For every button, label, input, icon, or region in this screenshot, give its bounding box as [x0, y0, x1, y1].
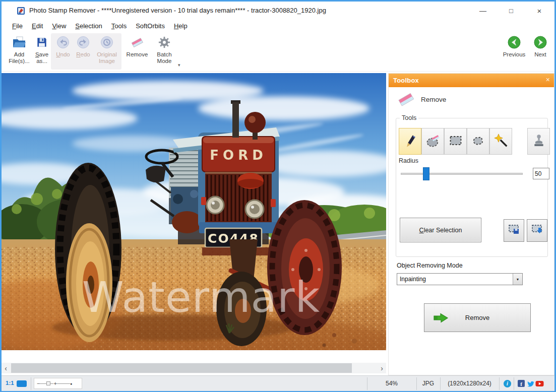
window-border-left — [0, 0, 2, 392]
youtube-icon — [535, 380, 544, 387]
statusbar-separator — [31, 377, 31, 390]
gear-icon — [152, 33, 177, 51]
zoom-ratio-button[interactable]: 1:1 — [6, 380, 14, 386]
undo-button[interactable]: Undo — [53, 33, 73, 70]
scrollbar-thumb[interactable] — [11, 363, 352, 373]
youtube-button[interactable] — [535, 380, 543, 387]
tools-group-label: Tools — [400, 114, 418, 121]
minimize-button[interactable]: — — [471, 2, 495, 20]
batch-mode-button[interactable]: Batch Mode — [152, 33, 177, 70]
combo-dropdown-icon[interactable]: ▼ — [513, 274, 522, 285]
redo-button[interactable]: Redo — [73, 33, 93, 70]
remove-mode-label: Remove — [421, 96, 446, 103]
scroll-left-arrow[interactable]: ‹ — [2, 363, 10, 373]
info-icon: i — [504, 380, 511, 387]
remove-mode-eraser-icon — [397, 91, 416, 108]
add-files-button[interactable]: Add File(s)... — [6, 33, 33, 70]
redo-label: Redo — [73, 51, 93, 58]
undo-label: Undo — [53, 51, 73, 58]
menu-view[interactable]: View — [47, 21, 71, 31]
menu-tools[interactable]: Tools — [107, 21, 131, 31]
window-border-top — [0, 0, 556, 2]
save-as-label: Save as... — [32, 51, 52, 64]
magic-wand-icon — [493, 133, 509, 150]
tool-magic-wand-button[interactable] — [489, 128, 512, 155]
open-folder-icon — [6, 33, 33, 51]
grille-text: FORD — [210, 148, 267, 163]
original-image-button[interactable]: Original Image — [93, 33, 120, 70]
original-image-label: Original Image — [93, 51, 120, 64]
facebook-button[interactable]: f — [518, 380, 526, 387]
image-viewport[interactable]: FORD CO448 — [2, 72, 387, 375]
save-selection-button[interactable] — [504, 219, 524, 242]
toolbox-header[interactable]: Toolbox × — [389, 74, 554, 87]
clone-stamp-icon — [532, 133, 546, 150]
remove-run-button[interactable]: Remove — [424, 303, 531, 332]
radius-slider[interactable] — [401, 167, 523, 180]
object-removing-mode-select[interactable]: Inpainting ▼ — [397, 273, 523, 285]
horizontal-scrollbar[interactable]: ‹ › — [2, 363, 386, 373]
zoom-percent: 54% — [367, 380, 416, 387]
facebook-icon: f — [518, 380, 525, 387]
watermark-text: Watermark — [82, 273, 320, 322]
save-floppy-icon — [32, 33, 52, 51]
menu-selection[interactable]: Selection — [71, 21, 106, 31]
toolbox-panel: Toolbox × Remove Tools Radius — [388, 73, 554, 375]
tool-eraser-select-button[interactable] — [421, 128, 444, 155]
load-selection-button[interactable] — [527, 219, 547, 242]
tool-freehand-select-button[interactable] — [467, 128, 489, 155]
save-as-button[interactable]: Save as... — [32, 33, 52, 70]
add-files-label: Add File(s)... — [6, 51, 33, 64]
eraser-icon — [123, 33, 151, 51]
save-selection-icon — [508, 224, 521, 237]
previous-button[interactable]: Previous — [500, 33, 529, 70]
previous-label: Previous — [500, 51, 529, 58]
scroll-right-arrow[interactable]: › — [378, 363, 386, 373]
fit-to-window-icon[interactable] — [17, 380, 27, 387]
menu-file[interactable]: File — [8, 21, 27, 31]
file-format: JPG — [416, 380, 440, 387]
remove-tool-button[interactable]: Remove — [123, 33, 151, 70]
twitter-icon — [527, 380, 534, 387]
marker-icon — [403, 133, 417, 150]
menu-help[interactable]: Help — [169, 21, 192, 31]
tractor-photo[interactable]: FORD CO448 — [2, 73, 386, 350]
remove-tool-label: Remove — [123, 51, 151, 58]
radius-slider-track[interactable] — [401, 173, 523, 175]
menubar: File Edit View Selection Tools SoftOrbit… — [2, 20, 554, 32]
toolbox-close-button[interactable]: × — [546, 76, 550, 84]
close-button[interactable]: × — [528, 2, 551, 20]
next-button[interactable]: Next — [529, 33, 552, 70]
maximize-button[interactable]: □ — [500, 2, 523, 20]
object-removing-mode-label: Object Removing Mode — [397, 262, 463, 269]
menu-softorbits[interactable]: SoftOrbits — [131, 21, 169, 31]
next-label: Next — [529, 51, 552, 58]
statusbar: 1:1 − + ● 54% JPG (1920x1280x24) i f — [2, 375, 554, 391]
titlebar: Photo Stamp Remover - ****Unregistered v… — [2, 2, 554, 20]
radius-slider-handle[interactable] — [423, 167, 429, 180]
batch-mode-label: Batch Mode — [152, 51, 177, 64]
previous-arrow-icon — [500, 33, 529, 51]
remove-run-label: Remove — [465, 314, 489, 321]
zoom-slider[interactable]: − + ● — [34, 378, 82, 389]
history-clock-icon — [93, 33, 120, 51]
zoom-track — [57, 383, 70, 384]
zoom-slider-handle[interactable] — [46, 381, 50, 385]
tool-marker-button[interactable] — [399, 128, 421, 155]
undo-icon — [53, 33, 73, 51]
maximize-icon: □ — [509, 7, 513, 15]
clear-selection-button[interactable]: Clear Selection — [400, 218, 481, 242]
toolbox-title: Toolbox — [389, 77, 419, 84]
menu-edit[interactable]: Edit — [27, 21, 47, 31]
info-button[interactable]: i — [504, 380, 512, 387]
tool-clone-stamp-button[interactable] — [527, 128, 550, 155]
radius-value-input[interactable] — [533, 168, 549, 179]
twitter-button[interactable] — [527, 380, 535, 387]
statusbar-separator — [499, 377, 500, 390]
tool-rect-select-button[interactable] — [444, 128, 467, 155]
app-window: Photo Stamp Remover - ****Unregistered v… — [0, 0, 556, 392]
zoom-marker-icon: ● — [70, 382, 72, 385]
radius-label: Radius — [399, 157, 418, 164]
green-arrow-icon — [433, 312, 450, 325]
toolbar-overflow-icon[interactable]: ▾ — [178, 62, 180, 68]
